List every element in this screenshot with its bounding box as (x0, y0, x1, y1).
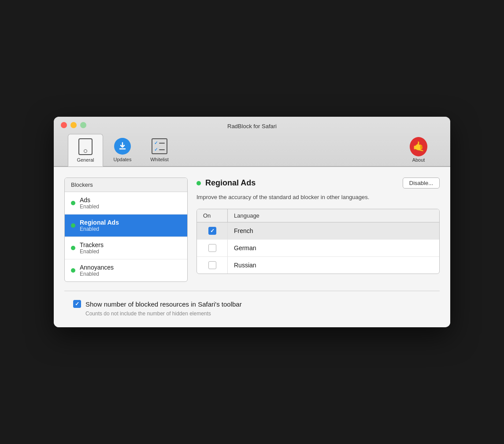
blockers-header: Blockers (65, 178, 187, 192)
blocker-item-trackers[interactable]: Trackers Enabled (65, 237, 187, 259)
app-window: RadBlock for Safari General (54, 117, 450, 327)
blocker-item-ads[interactable]: Ads Enabled (65, 192, 187, 215)
toolbar: General Updates (61, 134, 443, 166)
check-bar-2 (159, 149, 165, 150)
show-count-checkbox[interactable] (73, 300, 81, 308)
disable-button[interactable]: Disable... (403, 178, 440, 189)
show-count-label: Show number of blocked resources in Safa… (85, 300, 242, 308)
blocker-name-ads: Ads (80, 196, 99, 204)
detail-status-dot (196, 181, 201, 185)
show-count-row: Show number of blocked resources in Safa… (73, 300, 242, 308)
checkbox-russian[interactable] (208, 261, 216, 269)
tab-updates-label: Updates (114, 157, 132, 162)
checkbox-german[interactable] (208, 244, 216, 252)
tab-general-label: General (77, 157, 94, 163)
col-on-header: On (197, 209, 228, 222)
table-row-german[interactable]: German (197, 240, 439, 257)
status-dot-ads (71, 201, 75, 205)
blocker-status-ads: Enabled (80, 204, 99, 210)
status-dot-regional-ads (71, 223, 75, 228)
tab-about-label: About (412, 157, 425, 163)
updates-icon (114, 138, 131, 155)
tab-updates[interactable]: Updates (105, 134, 140, 166)
whitelist-icon-container: ✓ ✓ (151, 137, 168, 155)
toolbar-left: General Updates (68, 134, 401, 166)
blocker-status-trackers: Enabled (80, 248, 104, 255)
minimize-button[interactable] (70, 122, 77, 128)
blocker-status-annoyances: Enabled (80, 271, 114, 277)
close-button[interactable] (61, 122, 67, 128)
title-bar: RadBlock for Safari General (54, 117, 450, 166)
detail-title: Regional Ads (205, 178, 256, 188)
blocker-name-regional-ads: Regional Ads (80, 219, 119, 226)
tab-whitelist-label: Whitelist (150, 157, 169, 162)
show-count-note: Counts do not include the number of hidd… (73, 311, 211, 317)
detail-title-row: Regional Ads (196, 178, 256, 188)
blocker-status-regional-ads: Enabled (80, 226, 119, 232)
cell-on-french (197, 222, 228, 239)
blocker-item-annoyances[interactable]: Annoyances Enabled (65, 259, 187, 281)
download-arrow-icon (118, 142, 127, 151)
tab-general[interactable]: General (68, 134, 103, 166)
updates-icon-container (114, 137, 131, 155)
table-row-french[interactable]: French (197, 222, 439, 240)
phone-icon (78, 138, 93, 155)
detail-header: Regional Ads Disable... (196, 178, 440, 189)
check-line-1: ✓ (154, 141, 165, 145)
window-title: RadBlock for Safari (61, 123, 443, 130)
checklist-icon: ✓ ✓ (152, 138, 167, 154)
table-header: On Language (197, 209, 439, 222)
divider (64, 291, 440, 291)
col-language-header: Language (228, 209, 439, 222)
cell-on-russian (197, 257, 228, 274)
detail-panel: Regional Ads Disable... Improve the accu… (196, 178, 440, 282)
table-row-russian[interactable]: Russian (197, 257, 439, 274)
blocker-text-annoyances: Annoyances Enabled (80, 264, 114, 277)
bottom-section: Show number of blocked resources in Safa… (64, 300, 440, 317)
detail-description: Improve the accuracy of the standard ad … (196, 193, 440, 202)
checkmark-1: ✓ (154, 141, 158, 145)
toolbar-right: 🤙 About (401, 134, 436, 166)
general-icon (77, 138, 94, 155)
check-line-2: ✓ (154, 147, 165, 152)
maximize-button[interactable] (80, 122, 86, 128)
blockers-panel: Blockers Ads Enabled Regional Ads Enable… (64, 178, 188, 282)
about-icon-container: 🤙 (410, 138, 427, 155)
tab-about[interactable]: 🤙 About (401, 134, 436, 166)
status-dot-annoyances (71, 268, 75, 273)
tab-whitelist[interactable]: ✓ ✓ Whitelist (142, 134, 177, 166)
blocker-name-annoyances: Annoyances (80, 264, 114, 271)
blocker-text-regional-ads: Regional Ads Enabled (80, 219, 119, 232)
checkmark-2: ✓ (154, 147, 158, 152)
check-bar-1 (159, 143, 165, 144)
status-dot-trackers (71, 246, 75, 250)
cell-lang-german: German (228, 240, 439, 256)
cell-on-german (197, 240, 228, 256)
cell-lang-russian: Russian (228, 257, 439, 273)
hand-icon: 🤙 (410, 137, 427, 156)
blocker-text-ads: Ads Enabled (80, 196, 99, 210)
content-area: Blockers Ads Enabled Regional Ads Enable… (54, 166, 450, 327)
language-table: On Language French (196, 209, 440, 274)
checkbox-french[interactable] (208, 227, 216, 235)
blocker-name-trackers: Trackers (80, 241, 104, 248)
main-layout: Blockers Ads Enabled Regional Ads Enable… (64, 178, 440, 282)
blocker-item-regional-ads[interactable]: Regional Ads Enabled (65, 215, 187, 237)
cell-lang-french: French (228, 223, 439, 239)
blocker-text-trackers: Trackers Enabled (80, 241, 104, 255)
